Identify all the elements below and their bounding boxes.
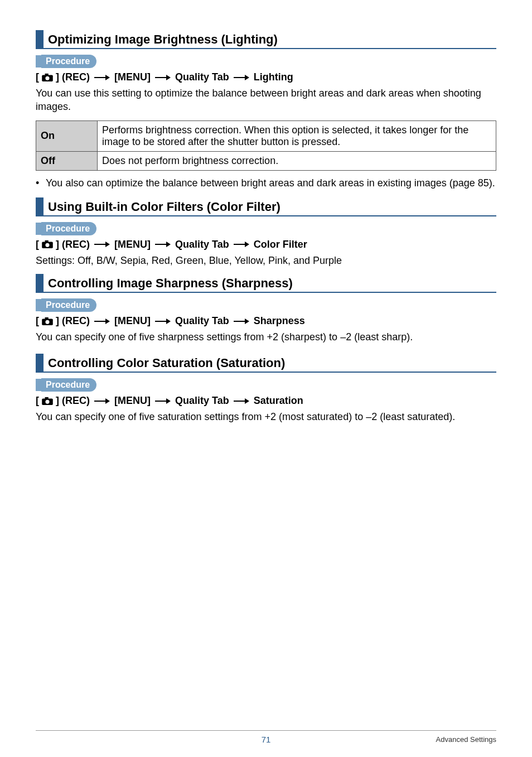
breadcrumb-lighting: [ ] (REC) [MENU] Quality Tab Lighting <box>36 71 496 83</box>
procedure-label-row: Procedure <box>36 222 496 235</box>
camera-icon <box>41 397 54 406</box>
section-title: Controlling Color Saturation (Saturation… <box>48 354 496 372</box>
section-accent-bar <box>36 354 43 372</box>
svg-point-29 <box>45 400 49 404</box>
arrow-icon <box>155 317 171 325</box>
section-header-sharpness: Controlling Image Sharpness (Sharpness) <box>36 274 496 293</box>
page-footer: 71 Advanced Settings <box>36 730 496 744</box>
breadcrumb-saturation: [ ] (REC) [MENU] Quality Tab Saturation <box>36 395 496 407</box>
section-header-lighting: Optimizing Image Brightness (Lighting) <box>36 30 496 49</box>
procedure-pill: Procedure <box>41 298 96 312</box>
svg-point-11 <box>45 243 49 247</box>
svg-marker-8 <box>245 75 249 80</box>
svg-marker-4 <box>105 75 110 80</box>
section-title: Controlling Image Sharpness (Sharpness) <box>48 274 496 292</box>
procedure-bar <box>36 299 41 311</box>
procedure-pill: Procedure <box>41 222 96 235</box>
bc-target: Color Filter <box>254 239 307 250</box>
svg-marker-22 <box>105 319 110 324</box>
lighting-note: • You also can optimize the balance betw… <box>36 176 496 190</box>
section-accent-bar <box>36 197 43 215</box>
bc-menu: [MENU] <box>114 71 151 83</box>
bc-quality: Quality Tab <box>175 395 229 407</box>
lighting-options-table: On Performs brightness correction. When … <box>36 120 496 171</box>
sharpness-description: You can specify one of five sharpness se… <box>36 330 496 344</box>
section-header-saturation: Controlling Color Saturation (Saturation… <box>36 354 496 373</box>
arrow-icon <box>234 240 249 248</box>
bc-target: Sharpness <box>254 315 305 327</box>
procedure-label-row: Procedure <box>36 378 496 392</box>
camera-icon <box>41 73 54 82</box>
procedure-bar <box>36 223 41 235</box>
svg-rect-10 <box>45 240 49 243</box>
lighting-description: You can use this setting to optimize the… <box>36 86 496 114</box>
bc-bracket-open: [ <box>36 71 39 83</box>
arrow-icon <box>234 397 249 405</box>
svg-marker-35 <box>245 398 249 404</box>
bc-rec: ] (REC) <box>56 395 90 407</box>
svg-marker-6 <box>166 75 171 80</box>
procedure-label-row: Procedure <box>36 55 496 68</box>
bc-menu: [MENU] <box>114 239 151 250</box>
arrow-icon <box>155 74 171 81</box>
procedure-bar <box>36 55 41 67</box>
cell-off-desc: Does not perform brightness correction. <box>98 151 496 170</box>
arrow-icon <box>94 317 110 325</box>
svg-point-20 <box>45 320 49 324</box>
bc-quality: Quality Tab <box>175 71 229 83</box>
svg-marker-13 <box>105 242 110 247</box>
arrow-icon <box>155 240 171 248</box>
svg-marker-17 <box>245 242 249 247</box>
cell-on-label: On <box>36 120 98 151</box>
svg-rect-28 <box>45 397 49 399</box>
camera-icon <box>41 240 54 249</box>
svg-marker-31 <box>105 398 110 404</box>
page-number: 71 <box>36 735 496 744</box>
svg-marker-33 <box>166 398 171 404</box>
breadcrumb-sharpness: [ ] (REC) [MENU] Quality Tab Sharpness <box>36 315 496 327</box>
procedure-bar <box>36 379 41 391</box>
arrow-icon <box>94 240 110 248</box>
bc-rec: ] (REC) <box>56 71 90 83</box>
bc-bracket-open: [ <box>36 395 39 407</box>
bc-bracket-open: [ <box>36 239 39 250</box>
bc-rec: ] (REC) <box>56 239 90 250</box>
bc-menu: [MENU] <box>114 315 151 327</box>
svg-marker-24 <box>166 319 171 324</box>
table-row: Off Does not perform brightness correcti… <box>36 151 496 170</box>
bc-menu: [MENU] <box>114 395 151 407</box>
bullet-icon: • <box>36 176 46 190</box>
section-header-color-filter: Using Built-in Color Filters (Color Filt… <box>36 197 496 216</box>
bc-target: Saturation <box>254 395 303 407</box>
breadcrumb-color-filter: [ ] (REC) [MENU] Quality Tab Color Filte… <box>36 239 496 250</box>
cell-on-desc: Performs brightness correction. When thi… <box>98 120 496 151</box>
bc-rec: ] (REC) <box>56 315 90 327</box>
procedure-pill: Procedure <box>41 378 96 392</box>
section-title: Using Built-in Color Filters (Color Filt… <box>48 197 496 215</box>
bc-quality: Quality Tab <box>175 239 229 250</box>
svg-marker-15 <box>166 242 171 247</box>
procedure-label-row: Procedure <box>36 298 496 312</box>
arrow-icon <box>234 317 249 325</box>
bc-target: Lighting <box>254 71 293 83</box>
svg-point-2 <box>45 76 49 80</box>
svg-marker-26 <box>245 319 249 324</box>
bc-bracket-open: [ <box>36 315 39 327</box>
lighting-note-text: You also can optimize the balance betwee… <box>46 176 496 190</box>
arrow-icon <box>94 74 110 81</box>
arrow-icon <box>234 74 249 81</box>
saturation-description: You can specify one of five saturation s… <box>36 410 496 423</box>
section-accent-bar <box>36 274 43 292</box>
footer-divider <box>36 730 496 731</box>
section-accent-bar <box>36 30 43 48</box>
camera-icon <box>41 317 54 326</box>
section-title: Optimizing Image Brightness (Lighting) <box>48 30 496 48</box>
color-filter-description: Settings: Off, B/W, Sepia, Red, Green, B… <box>36 254 496 267</box>
procedure-pill: Procedure <box>41 55 96 68</box>
bc-quality: Quality Tab <box>175 315 229 327</box>
cell-off-label: Off <box>36 151 98 170</box>
svg-rect-19 <box>45 317 49 320</box>
table-row: On Performs brightness correction. When … <box>36 120 496 151</box>
svg-rect-1 <box>45 73 49 75</box>
arrow-icon <box>94 397 110 405</box>
